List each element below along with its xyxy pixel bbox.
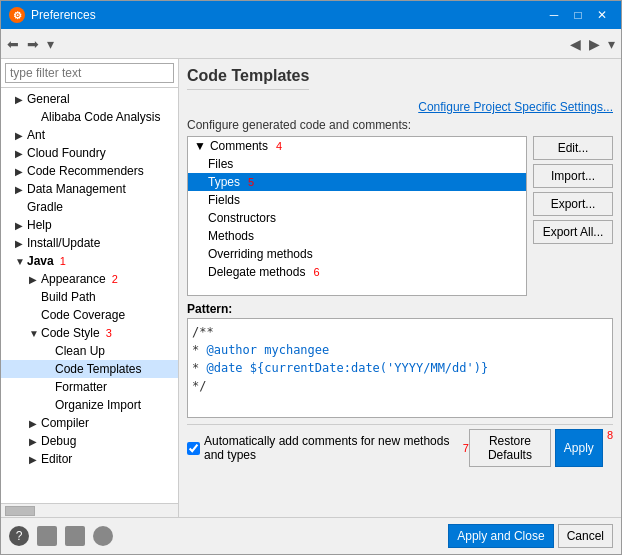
sidebar-item-label: Build Path	[41, 290, 96, 304]
template-item-delegate[interactable]: Delegate methods 6	[188, 263, 526, 281]
export-button[interactable]: Export...	[533, 192, 613, 216]
template-item-types[interactable]: Types 5	[188, 173, 526, 191]
sidebar-item-formatter[interactable]: Formatter	[1, 378, 178, 396]
sidebar-item-code-style[interactable]: ▼ Code Style 3	[1, 324, 178, 342]
forward-button[interactable]: ➡	[25, 34, 41, 54]
annotation-6: 6	[313, 266, 319, 278]
sidebar-item-code-templates[interactable]: Code Templates	[1, 360, 178, 378]
template-area: ▼ Comments 4 Files Types 5 Fields	[187, 136, 613, 296]
sidebar-item-editor[interactable]: ▶ Editor	[1, 450, 178, 468]
item-label: Overriding methods	[208, 247, 313, 261]
auto-checkbox-label[interactable]: Automatically add comments for new metho…	[187, 434, 469, 462]
search-input[interactable]	[5, 63, 174, 83]
sidebar-item-label: Code Recommenders	[27, 164, 144, 178]
auto-checkbox-text: Automatically add comments for new metho…	[204, 434, 455, 462]
sidebar-item-clean-up[interactable]: Clean Up	[1, 342, 178, 360]
sidebar-item-gradle[interactable]: Gradle	[1, 198, 178, 216]
item-label: Constructors	[208, 211, 276, 225]
template-item-methods[interactable]: Methods	[188, 227, 526, 245]
back-button[interactable]: ⬅	[5, 34, 21, 54]
arrow-icon: ▶	[15, 94, 25, 105]
export-all-button[interactable]: Export All...	[533, 220, 613, 244]
sidebar-item-debug[interactable]: ▶ Debug	[1, 432, 178, 450]
arrow-icon: ▶	[15, 184, 25, 195]
template-item-overriding[interactable]: Overriding methods	[188, 245, 526, 263]
sidebar-item-label: General	[27, 92, 70, 106]
sidebar-item-appearance[interactable]: ▶ Appearance 2	[1, 270, 178, 288]
scroll-thumb[interactable]	[5, 506, 35, 516]
sidebar-item-label: Cloud Foundry	[27, 146, 106, 160]
sidebar-item-java[interactable]: ▼ Java 1	[1, 252, 178, 270]
close-button[interactable]: ✕	[591, 6, 613, 24]
sidebar-scrollbar[interactable]	[1, 503, 178, 517]
template-item-files[interactable]: Files	[188, 155, 526, 173]
auto-checkbox[interactable]	[187, 442, 200, 455]
export-icon[interactable]	[65, 526, 85, 546]
panel-title: Code Templates	[187, 67, 309, 90]
sidebar-item-ant[interactable]: ▶ Ant	[1, 126, 178, 144]
template-item-comments[interactable]: ▼ Comments 4	[188, 137, 526, 155]
sidebar-item-organize-import[interactable]: Organize Import	[1, 396, 178, 414]
sidebar-item-code-recommenders[interactable]: ▶ Code Recommenders	[1, 162, 178, 180]
help-icon[interactable]: ?	[9, 526, 29, 546]
apply-button[interactable]: Apply	[555, 429, 603, 467]
annotation-2: 2	[112, 273, 118, 285]
app-icon: ⚙	[9, 7, 25, 23]
preferences-window: ⚙ Preferences ─ □ ✕ ⬅ ➡ ▾ ◀ ▶ ▾ ▶	[0, 0, 622, 555]
item-label: Methods	[208, 229, 254, 243]
annotation-1: 1	[60, 255, 66, 267]
sidebar-item-help[interactable]: ▶ Help	[1, 216, 178, 234]
arrow-icon: ▼	[29, 328, 39, 339]
arrow-icon: ▶	[15, 238, 25, 249]
pattern-editor[interactable]: /** * @author mychangee * @date ${curren…	[187, 318, 613, 418]
sidebar-item-label: Formatter	[55, 380, 107, 394]
edit-button[interactable]: Edit...	[533, 136, 613, 160]
sidebar-item-general[interactable]: ▶ General	[1, 90, 178, 108]
sidebar-item-cloud-foundry[interactable]: ▶ Cloud Foundry	[1, 144, 178, 162]
arrow-icon: ▶	[29, 418, 39, 429]
sidebar-item-label: Java	[27, 254, 54, 268]
sidebar-item-data-management[interactable]: ▶ Data Management	[1, 180, 178, 198]
item-label: Files	[208, 157, 233, 171]
sidebar-item-alibaba[interactable]: Alibaba Code Analysis	[1, 108, 178, 126]
template-buttons: Edit... Import... Export... Export All..…	[533, 136, 613, 296]
sidebar-item-label: Code Style	[41, 326, 100, 340]
annotation-3: 3	[106, 327, 112, 339]
arrow-icon: ▶	[15, 130, 25, 141]
tree: ▶ General Alibaba Code Analysis ▶ Ant ▶ …	[1, 88, 178, 503]
pattern-line-4: */	[192, 377, 608, 395]
footer-buttons: Apply and Close Cancel	[448, 524, 613, 548]
item-label: Types	[208, 175, 240, 189]
footer-left: ?	[9, 526, 113, 546]
template-item-constructors[interactable]: Constructors	[188, 209, 526, 227]
sidebar-item-label: Clean Up	[55, 344, 105, 358]
arrow-icon: ▶	[29, 274, 39, 285]
import-button[interactable]: Import...	[533, 164, 613, 188]
sidebar-item-label: Editor	[41, 452, 72, 466]
main-content: ▶ General Alibaba Code Analysis ▶ Ant ▶ …	[1, 59, 621, 517]
nav-forward2-button[interactable]: ▶	[587, 34, 602, 54]
pattern-line-1: /**	[192, 323, 608, 341]
restore-defaults-button[interactable]: Restore Defaults	[469, 429, 551, 467]
minimize-button[interactable]: ─	[543, 6, 565, 24]
sidebar-item-label: Appearance	[41, 272, 106, 286]
nav-back2-button[interactable]: ◀	[568, 34, 583, 54]
sidebar-item-install-update[interactable]: ▶ Install/Update	[1, 234, 178, 252]
settings-icon[interactable]	[93, 526, 113, 546]
sidebar-item-label: Help	[27, 218, 52, 232]
arrow-icon: ▶	[29, 454, 39, 465]
sidebar-item-label: Gradle	[27, 200, 63, 214]
nav-dropdown-button[interactable]: ▾	[45, 34, 56, 54]
config-link[interactable]: Configure Project Specific Settings...	[187, 100, 613, 114]
cancel-button[interactable]: Cancel	[558, 524, 613, 548]
sidebar-item-compiler[interactable]: ▶ Compiler	[1, 414, 178, 432]
pattern-label: Pattern:	[187, 302, 613, 316]
maximize-button[interactable]: □	[567, 6, 589, 24]
apply-and-close-button[interactable]: Apply and Close	[448, 524, 553, 548]
template-item-fields[interactable]: Fields	[188, 191, 526, 209]
nav-dropdown2-button[interactable]: ▾	[606, 34, 617, 54]
link-icon[interactable]	[37, 526, 57, 546]
footer: ? Apply and Close Cancel	[1, 517, 621, 554]
sidebar-item-code-coverage[interactable]: Code Coverage	[1, 306, 178, 324]
sidebar-item-build-path[interactable]: Build Path	[1, 288, 178, 306]
